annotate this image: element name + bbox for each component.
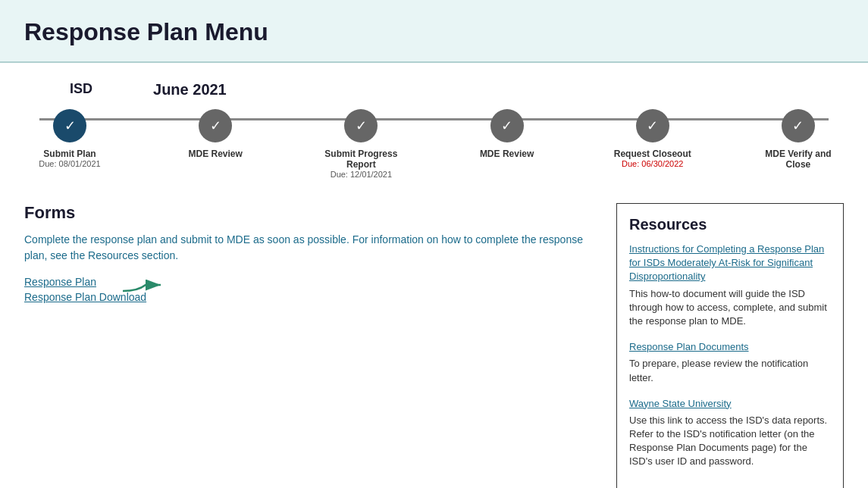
- response-plan-download-link[interactable]: Response Plan Download: [24, 291, 598, 303]
- resource-item-3: Wayne State University Use this link to …: [629, 397, 831, 469]
- timeline-circle-5: ✓: [636, 109, 669, 142]
- forms-links: Response Plan Response Plan Download: [24, 276, 598, 303]
- resource-link-documents[interactable]: Response Plan Documents: [629, 340, 831, 354]
- timeline-circle-1: ✓: [53, 109, 86, 142]
- resource-link-wayne-state[interactable]: Wayne State University: [629, 397, 831, 411]
- timeline-node-mde-review-1: ✓ MDE Review: [170, 109, 261, 179]
- timeline-node-label-3: Submit Progress Report: [315, 149, 406, 170]
- page-title: Response Plan Menu: [24, 18, 844, 46]
- timeline-node-due-5: Due: 06/30/2022: [622, 159, 683, 168]
- arrow-indicator: [123, 277, 168, 296]
- timeline-labels: ISD June 2021: [70, 81, 844, 99]
- resource-item-2: Response Plan Documents To prepare, plea…: [629, 340, 831, 385]
- resources-title: Resources: [629, 216, 831, 233]
- two-col-layout: Forms Complete the response plan and sub…: [24, 203, 844, 488]
- timeline-node-due-1: Due: 08/01/2021: [39, 159, 100, 168]
- timeline-node-label-2: MDE Review: [189, 149, 243, 159]
- timeline-node-label-4: MDE Review: [480, 149, 534, 159]
- timeline-node-request-closeout: ✓ Request Closeout Due: 06/30/2022: [607, 109, 698, 179]
- timeline-circle-2: ✓: [199, 109, 232, 142]
- timeline-node-mde-review-2: ✓ MDE Review: [462, 109, 553, 179]
- timeline-node-label-5: Request Closeout: [614, 149, 691, 159]
- forms-title: Forms: [24, 203, 598, 223]
- forms-description: Complete the response plan and submit to…: [24, 232, 598, 264]
- timeline-node-label-1: Submit Plan: [43, 149, 96, 159]
- timeline-node-progress-report: ✓ Submit Progress Report Due: 12/01/2021: [315, 109, 406, 179]
- timeline-node-submit-plan: ✓ Submit Plan Due: 08/01/2021: [24, 109, 115, 179]
- timeline-circle-4: ✓: [490, 109, 524, 142]
- header-banner: Response Plan Menu: [0, 0, 868, 63]
- timeline-node-mde-verify: ✓ MDE Verify and Close: [753, 109, 844, 179]
- main-content: ISD June 2021 ✓ Submit Plan Due: 08/01/2…: [0, 63, 868, 488]
- timeline-nodes: ✓ Submit Plan Due: 08/01/2021 ✓ MDE Revi…: [24, 109, 844, 179]
- timeline-section: ISD June 2021 ✓ Submit Plan Due: 08/01/2…: [24, 81, 844, 179]
- timeline-circle-3: ✓: [344, 109, 378, 142]
- resource-desc-1: This how-to document will guide the ISD …: [629, 287, 831, 329]
- timeline-node-due-3: Due: 12/01/2021: [331, 170, 392, 179]
- timeline-isd-label: ISD: [70, 81, 92, 99]
- response-plan-link[interactable]: Response Plan: [24, 276, 598, 288]
- resource-desc-3: Use this link to access the ISD's data r…: [629, 414, 831, 469]
- resource-link-instructions[interactable]: Instructions for Completing a Response P…: [629, 242, 831, 284]
- forms-section: Forms Complete the response plan and sub…: [24, 203, 598, 488]
- timeline-date-label: June 2021: [153, 81, 227, 99]
- timeline-circle-6: ✓: [782, 109, 815, 142]
- resources-box: Resources Instructions for Completing a …: [616, 203, 844, 488]
- timeline-node-label-6: MDE Verify and Close: [753, 149, 844, 170]
- timeline-wrapper: ✓ Submit Plan Due: 08/01/2021 ✓ MDE Revi…: [24, 102, 844, 179]
- resource-item-1: Instructions for Completing a Response P…: [629, 242, 831, 328]
- resource-desc-2: To prepare, please review the notificati…: [629, 357, 831, 384]
